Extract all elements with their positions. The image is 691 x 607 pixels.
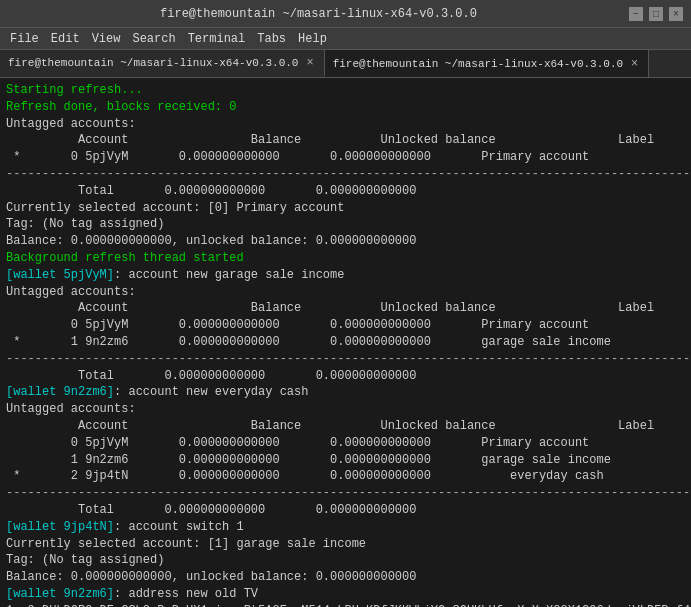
menu-file[interactable]: File (4, 30, 45, 48)
close-button[interactable]: × (669, 7, 683, 21)
tab-1-close[interactable]: × (304, 56, 315, 70)
tab-1-label: fire@themountain ~/masari-linux-x64-v0.3… (8, 57, 298, 69)
title-bar: fire@themountain ~/masari-linux-x64-v0.3… (0, 0, 691, 28)
menu-tabs[interactable]: Tabs (251, 30, 292, 48)
menu-edit[interactable]: Edit (45, 30, 86, 48)
menu-view[interactable]: View (86, 30, 127, 48)
minimize-button[interactable]: − (629, 7, 643, 21)
tab-1[interactable]: fire@themountain ~/masari-linux-x64-v0.3… (0, 50, 325, 77)
menu-bar: File Edit View Search Terminal Tabs Help (0, 28, 691, 50)
menu-help[interactable]: Help (292, 30, 333, 48)
menu-search[interactable]: Search (126, 30, 181, 48)
tab-2[interactable]: fire@themountain ~/masari-linux-x64-v0.3… (325, 50, 650, 77)
tab-bar: fire@themountain ~/masari-linux-x64-v0.3… (0, 50, 691, 78)
window-controls: − □ × (629, 7, 683, 21)
terminal-output[interactable]: Starting refresh... Refresh done, blocks… (0, 78, 691, 607)
maximize-button[interactable]: □ (649, 7, 663, 21)
tab-2-close[interactable]: × (629, 57, 640, 71)
title-bar-text: fire@themountain ~/masari-linux-x64-v0.3… (8, 7, 629, 21)
menu-terminal[interactable]: Terminal (182, 30, 252, 48)
tab-2-label: fire@themountain ~/masari-linux-x64-v0.3… (333, 58, 623, 70)
